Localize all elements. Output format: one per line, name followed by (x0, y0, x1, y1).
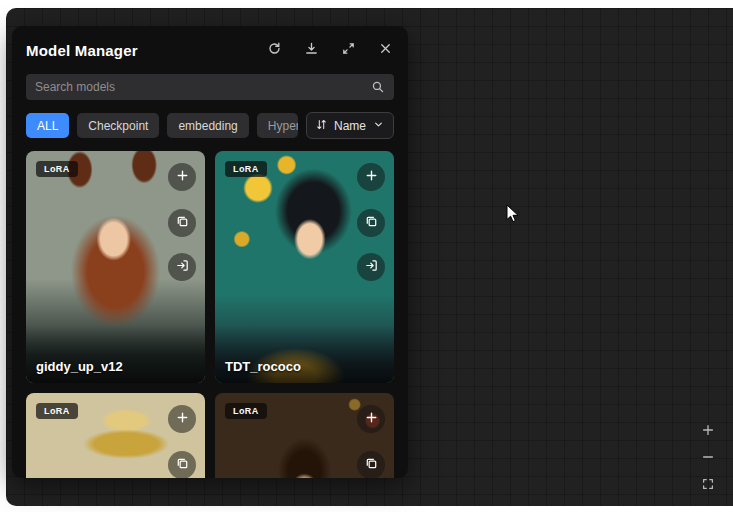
search-input[interactable] (35, 80, 365, 94)
zoom-out-icon (701, 450, 715, 467)
fit-view-button[interactable] (699, 476, 717, 494)
download-button[interactable] (302, 41, 320, 59)
model-manager-panel: Model Manager (12, 26, 408, 478)
add-model-button[interactable] (168, 163, 196, 191)
zoom-in-icon (701, 423, 715, 440)
zoom-in-button[interactable] (699, 422, 717, 440)
card-shade (26, 325, 205, 383)
fit-view-icon (701, 477, 715, 494)
load-model-button[interactable] (168, 253, 196, 281)
sort-arrows-icon (315, 118, 328, 134)
refresh-button[interactable] (265, 41, 283, 59)
search-icon (371, 80, 385, 94)
chevron-down-icon (372, 118, 385, 134)
model-card[interactable]: LoRA (26, 151, 205, 383)
model-type-badge: LoRA (36, 403, 78, 419)
model-type-badge: LoRA (36, 161, 78, 177)
card-shade (215, 325, 394, 383)
copy-icon (364, 214, 379, 232)
copy-model-button[interactable] (168, 209, 196, 237)
canvas-zoom-controls (699, 422, 717, 494)
copy-model-button[interactable] (168, 451, 196, 478)
sort-label: Name (334, 119, 366, 133)
copy-icon (364, 456, 379, 474)
search-bar (26, 74, 394, 100)
filter-checkpoint[interactable]: Checkpoint (77, 113, 159, 138)
import-icon (364, 258, 379, 276)
add-model-button[interactable] (357, 405, 385, 433)
model-card-grid: LoRA (26, 151, 394, 478)
plus-icon (175, 410, 190, 428)
model-card[interactable]: LoRA (26, 393, 205, 478)
add-model-button[interactable] (357, 163, 385, 191)
expand-icon (341, 41, 356, 59)
copy-model-button[interactable] (357, 209, 385, 237)
add-model-button[interactable] (168, 405, 196, 433)
plus-icon (364, 168, 379, 186)
load-model-button[interactable] (357, 253, 385, 281)
panel-toolbar (265, 41, 394, 59)
close-icon (378, 41, 393, 59)
refresh-icon (267, 41, 282, 59)
download-icon (304, 41, 319, 59)
model-type-badge: LoRA (225, 161, 267, 177)
expand-button[interactable] (339, 41, 357, 59)
node-editor-canvas[interactable]: Model Manager (6, 8, 733, 506)
import-icon (175, 258, 190, 276)
filter-row: ALL Checkpoint embedding Hyper Name (26, 112, 394, 139)
filter-all[interactable]: ALL (26, 113, 69, 138)
plus-icon (175, 168, 190, 186)
model-name: giddy_up_v12 (36, 359, 123, 374)
copy-icon (175, 456, 190, 474)
model-name: TDT_rococo (225, 359, 301, 374)
model-card[interactable]: LoRA (215, 393, 394, 478)
mouse-cursor (506, 204, 520, 228)
panel-header: Model Manager (26, 38, 394, 62)
model-card[interactable]: LoRA (215, 151, 394, 383)
close-button[interactable] (376, 41, 394, 59)
copy-icon (175, 214, 190, 232)
zoom-out-button[interactable] (699, 449, 717, 467)
model-type-badge: LoRA (225, 403, 267, 419)
sort-dropdown[interactable]: Name (306, 112, 394, 139)
plus-icon (364, 410, 379, 428)
filter-embedding[interactable]: embedding (167, 113, 248, 138)
filter-hypernetwork[interactable]: Hyper (257, 113, 298, 138)
panel-title: Model Manager (26, 42, 265, 59)
copy-model-button[interactable] (357, 451, 385, 478)
